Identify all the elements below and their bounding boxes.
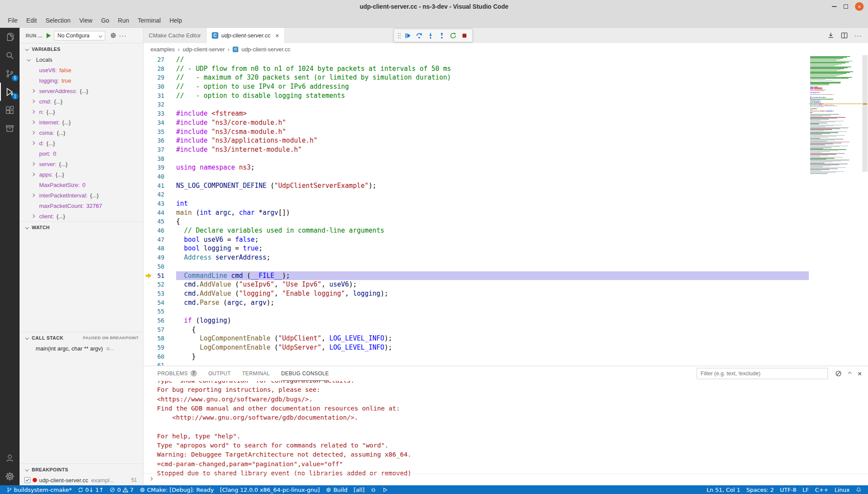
gutter[interactable]: 36 <box>144 136 176 145</box>
gutter[interactable]: 48 <box>144 244 176 253</box>
debug-select-icon[interactable] <box>367 485 379 494</box>
code-line[interactable]: 60 } <box>144 352 868 361</box>
debug-settings-gear-icon[interactable] <box>108 31 118 40</box>
code-line[interactable]: 41NS_LOG_COMPONENT_DEFINE ("UdpClientSer… <box>144 181 868 190</box>
code-line[interactable]: 43int <box>144 199 868 208</box>
code-text[interactable]: int <box>176 199 868 208</box>
minimize-icon[interactable] <box>832 6 837 7</box>
code-text[interactable] <box>176 190 868 199</box>
console-input[interactable] <box>144 474 868 483</box>
close-window-icon[interactable]: × <box>855 2 864 11</box>
code-line[interactable]: 50 <box>144 262 868 271</box>
code-text[interactable]: NS_LOG_COMPONENT_DEFINE ("UdpClientServe… <box>176 181 868 190</box>
gutter[interactable]: 35 <box>144 127 176 137</box>
code-text[interactable]: // Declare variables used in command-lin… <box>176 226 868 235</box>
code-line[interactable]: 57 { <box>144 325 868 334</box>
variable-row[interactable]: cmd:{...} <box>20 96 143 107</box>
gutter[interactable]: 45 <box>144 217 176 226</box>
breadcrumb-folder[interactable]: udp-client-server <box>183 46 225 53</box>
code-text[interactable]: { <box>176 325 868 334</box>
close-panel-icon[interactable]: × <box>858 370 862 377</box>
gutter[interactable]: 28 <box>144 64 176 73</box>
code-line[interactable]: 34#include "ns3/core-module.h" <box>144 118 868 127</box>
code-text[interactable] <box>176 262 868 271</box>
variable-row[interactable]: apps:{...} <box>20 169 143 180</box>
watch-section-header[interactable]: WATCH <box>20 221 143 233</box>
code-line[interactable]: 58 LogComponentEnable ("UdpClient", LOG_… <box>144 334 868 343</box>
code-line[interactable]: 29// - maximum of 320 packets sent (or l… <box>144 73 868 82</box>
gutter[interactable]: 43 <box>144 199 176 208</box>
tab-output[interactable]: OUTPUT <box>208 366 231 381</box>
variable-row[interactable]: client:{...} <box>20 211 143 221</box>
variable-row[interactable]: MaxPacketSize:0 <box>20 180 143 190</box>
code-text[interactable]: // - option to disable logging statement… <box>176 91 868 100</box>
restart-button[interactable] <box>447 30 459 41</box>
encoding-status[interactable]: UTF-8 <box>777 485 799 494</box>
code-line[interactable]: 61 <box>144 361 868 366</box>
code-text[interactable]: #include <fstream> <box>176 109 868 118</box>
menu-view[interactable]: View <box>75 13 97 27</box>
variable-row[interactable]: d:{...} <box>20 138 143 148</box>
menu-file[interactable]: File <box>3 13 22 27</box>
menu-terminal[interactable]: Terminal <box>134 13 165 27</box>
code-text[interactable] <box>176 307 868 316</box>
gutter[interactable]: 42 <box>144 190 176 199</box>
download-icon[interactable] <box>827 32 835 39</box>
code-text[interactable] <box>176 100 868 109</box>
menu-run[interactable]: Run <box>114 13 134 27</box>
scrollbar-thumb[interactable] <box>862 55 868 172</box>
gutter[interactable]: 59 <box>144 343 176 352</box>
code-text[interactable]: cmd.Parse (argc, argv); <box>176 298 868 307</box>
gutter[interactable]: 55 <box>144 307 176 316</box>
step-over-button[interactable] <box>414 30 425 41</box>
code-line[interactable]: 56 if (logging) <box>144 316 868 325</box>
code-line[interactable]: 31// - option to disable logging stateme… <box>144 91 868 100</box>
stack-frame[interactable]: main(int argc, char ** argv) u... <box>20 343 143 354</box>
code-text[interactable]: using namespace ns3; <box>176 163 868 172</box>
cursor-position-status[interactable]: Ln 51, Col 1 <box>704 485 743 494</box>
variable-row[interactable]: csma:{...} <box>20 127 143 138</box>
eol-status[interactable]: LF <box>799 485 812 494</box>
code-editor[interactable]: 27//28// - UDP flow from n0 to n1 of 102… <box>144 55 868 366</box>
close-tab-icon[interactable]: × <box>275 32 279 39</box>
code-text[interactable]: if (logging) <box>176 316 868 325</box>
variable-row[interactable]: port:0 <box>20 148 143 159</box>
tab-debug-console[interactable]: DEBUG CONSOLE <box>281 366 329 381</box>
code-line[interactable]: 35#include "ns3/csma-module.h" <box>144 127 868 137</box>
activity-search-icon[interactable] <box>0 46 20 64</box>
code-line[interactable]: 51 CommandLine cmd (__FILE__); <box>144 271 868 280</box>
gutter[interactable]: 40 <box>144 172 176 181</box>
step-into-button[interactable] <box>425 30 436 41</box>
gutter[interactable]: 49 <box>144 253 176 262</box>
continue-button[interactable] <box>402 30 414 41</box>
code-line[interactable]: 44main (int argc, char *argv[]) <box>144 208 868 217</box>
variable-row[interactable]: server:{...} <box>20 159 143 169</box>
code-line[interactable]: 49 Address serverAddress; <box>144 253 868 262</box>
code-text[interactable]: LogComponentEnable ("UdpClient", LOG_LEV… <box>176 334 868 343</box>
code-line[interactable]: 48 bool logging = true; <box>144 244 868 253</box>
title-bar[interactable]: udp-client-server.cc - ns-3-dev - Visual… <box>0 0 868 13</box>
menu-help[interactable]: Help <box>165 13 187 27</box>
code-text[interactable]: #include "ns3/internet-module.h" <box>176 145 868 154</box>
variable-row[interactable]: n:{...} <box>20 107 143 117</box>
stop-button[interactable] <box>459 30 470 41</box>
console-filter-input[interactable] <box>697 368 828 379</box>
code-text[interactable]: // - option to use IPv4 or IPv6 addressi… <box>176 82 868 91</box>
gutter[interactable]: 58 <box>144 334 176 343</box>
debug-config-dropdown[interactable]: No Configura <box>54 31 105 40</box>
activity-run-debug-icon[interactable]: 1 <box>0 83 20 101</box>
activity-source-control-icon[interactable]: 6 <box>0 64 20 83</box>
tab-terminal[interactable]: TERMINAL <box>242 366 270 381</box>
gutter[interactable]: 57 <box>144 325 176 334</box>
code-text[interactable]: } <box>176 352 868 361</box>
gutter[interactable]: 38 <box>144 154 176 164</box>
code-line[interactable]: 52 cmd.AddValue ("useIpv6", "Use Ipv6", … <box>144 280 868 289</box>
editor-scrollbar[interactable] <box>862 55 868 366</box>
gutter[interactable]: 60 <box>144 352 176 361</box>
code-text[interactable]: // - maximum of 320 packets sent (or lim… <box>176 73 868 82</box>
gutter[interactable]: 54 <box>144 298 176 307</box>
code-text[interactable]: // - UDP flow from n0 to n1 of 1024 byte… <box>176 64 868 73</box>
breadcrumb-file[interactable]: udp-client-server.cc <box>241 46 290 53</box>
gutter[interactable]: 51 <box>144 271 176 280</box>
minimap[interactable] <box>809 55 862 366</box>
